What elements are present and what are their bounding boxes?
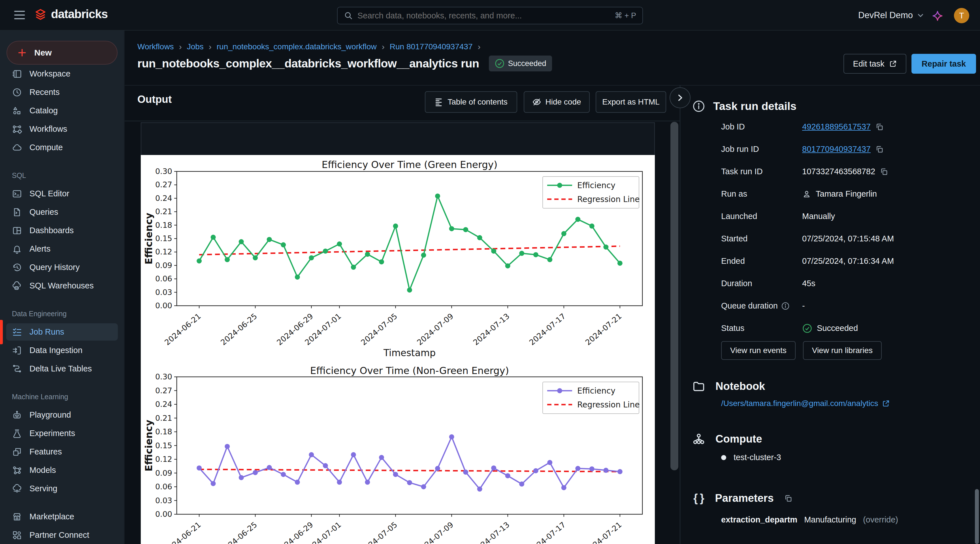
sidebar-item-experiments[interactable]: Experiments (0, 424, 124, 443)
export-button-label: Export as HTML (602, 97, 659, 107)
detail-value: Manually (802, 212, 835, 221)
plus-icon (17, 48, 27, 57)
svg-text:Efficiency Over Time (Non-Gree: Efficiency Over Time (Non-Green Energy) (310, 365, 509, 376)
new-button[interactable]: New (6, 41, 118, 65)
detail-value: 801770940937437 (802, 145, 884, 154)
svg-text:0.12: 0.12 (155, 247, 172, 256)
sidebar-item-data-ingestion[interactable]: Data Ingestion (0, 341, 124, 359)
sidebar-item-label: Partner Connect (29, 530, 89, 540)
sidebar-item-alerts[interactable]: Alerts (0, 240, 124, 258)
copy-icon[interactable] (875, 123, 884, 131)
sidebar-item-catalog[interactable]: Catalog (0, 101, 124, 120)
collapse-panel-button[interactable] (670, 87, 690, 108)
repair-task-button[interactable]: Repair task (912, 54, 976, 74)
robot-icon (12, 410, 22, 420)
detail-row-started: Started07/25/2024, 07:15:48 AM (721, 228, 970, 250)
detail-row-job-run-id: Job run ID801770940937437 (721, 138, 970, 160)
sidebar-item-partner-connect[interactable]: Partner Connect (0, 526, 124, 544)
notebook-path-link[interactable]: /Users/tamara.fingerlin@gmail.com/analyt… (721, 399, 878, 408)
detail-value: Tamara Fingerlin (802, 189, 877, 199)
copy-icon[interactable] (875, 145, 884, 153)
task-detail-rows: Job ID492618895617537Job run ID801770940… (721, 116, 970, 340)
sidebar-item-label: SQL Warehouses (29, 281, 94, 290)
search-input[interactable] (358, 11, 610, 21)
databricks-logo-icon (34, 7, 47, 21)
sidebar-item-workflows[interactable]: Workflows (0, 120, 124, 138)
sidebar-item-label: Marketplace (29, 512, 74, 521)
sidebar-item-sql-editor[interactable]: SQL Editor (0, 185, 124, 203)
sidebar-item-playground[interactable]: Playground (0, 406, 124, 424)
user-avatar[interactable]: T (954, 8, 969, 23)
output-scrollbar[interactable] (670, 122, 678, 470)
breadcrumb-link[interactable]: Workflows (137, 42, 174, 51)
compute-section-header: Compute (692, 432, 762, 445)
sidebar-item-label: Workflows (29, 124, 67, 134)
sidebar-item-query-history[interactable]: Query History (0, 258, 124, 276)
global-search[interactable]: ⌘ + P (337, 7, 643, 24)
assistant-sparkle-icon[interactable] (932, 10, 943, 22)
hide-code-button[interactable]: Hide code (524, 91, 590, 113)
breadcrumb-link[interactable]: Jobs (187, 42, 204, 51)
workspace-name: DevRel Demo (858, 10, 913, 21)
sidebar-item-label: Features (29, 447, 62, 456)
title-row: run_notebooks_complex__databricks_workfl… (137, 56, 552, 72)
sidebar-item-recents[interactable]: Recents (0, 83, 124, 101)
right-panel-scrollbar[interactable] (975, 489, 979, 544)
sidebar-item-sql-warehouses[interactable]: SQL Warehouses (0, 276, 124, 295)
sidebar-item-serving[interactable]: Serving (0, 479, 124, 498)
breadcrumb-separator: › (209, 42, 212, 51)
sidebar-item-marketplace[interactable]: Marketplace (0, 507, 124, 526)
svg-text:Efficiency: Efficiency (143, 420, 154, 471)
detail-label: Job ID (721, 122, 802, 131)
warehouse-icon (12, 281, 22, 291)
sidebar-item-compute[interactable]: Compute (0, 138, 124, 157)
cluster-row[interactable]: test-cluster-3 (721, 453, 781, 462)
sidebar-item-workspace[interactable]: Workspace (0, 65, 124, 83)
svg-text:0.15: 0.15 (155, 234, 172, 243)
svg-text:Regression Line: Regression Line (577, 400, 640, 409)
breadcrumb-separator: › (382, 42, 385, 51)
sidebar-item-queries[interactable]: Queries (0, 203, 124, 221)
detail-label: Launched (721, 212, 802, 221)
svg-text:Efficiency: Efficiency (143, 213, 154, 265)
task-run-details-title: Task run details (713, 100, 797, 112)
compute-section-title: Compute (716, 433, 762, 445)
detail-row-ended: Ended07/25/2024, 07:16:34 AM (721, 250, 970, 272)
new-button-label: New (34, 48, 52, 57)
breadcrumb-separator: › (477, 42, 480, 51)
breadcrumb-link[interactable]: Run 801770940937437 (390, 42, 473, 51)
clock-icon (12, 87, 22, 97)
copy-icon[interactable] (880, 168, 888, 176)
detail-link[interactable]: 801770940937437 (802, 145, 871, 154)
button-view-run-libraries[interactable]: View run libraries (803, 341, 882, 360)
workspace-switcher[interactable]: DevRel Demo (858, 0, 925, 30)
panel-divider (680, 85, 680, 544)
dashboards-icon (12, 225, 22, 236)
folder-icon (692, 380, 705, 393)
detail-label: Started (721, 234, 802, 243)
detail-link[interactable]: 492618895617537 (802, 122, 871, 131)
breadcrumb-separator: › (179, 42, 182, 51)
catalog-icon (12, 106, 22, 116)
hamburger-menu-icon[interactable] (14, 11, 25, 19)
sidebar-section-header: Data Engineering (0, 305, 124, 323)
detail-value: 492618895617537 (802, 122, 884, 131)
sidebar-item-dashboards[interactable]: Dashboards (0, 221, 124, 240)
databricks-logo[interactable]: databricks (34, 7, 108, 21)
button-view-run-events[interactable]: View run events (721, 341, 795, 360)
page-title: run_notebooks_complex__databricks_workfl… (137, 57, 479, 70)
sidebar-item-models[interactable]: Models (0, 461, 124, 479)
sidebar-item-label: Data Ingestion (29, 346, 83, 355)
sidebar-item-delta-live-tables[interactable]: Delta Live Tables (0, 359, 124, 378)
sidebar-item-job-runs[interactable]: Job Runs (0, 323, 124, 341)
sidebar-item-label: Serving (29, 484, 57, 493)
check-circle-icon (802, 323, 812, 333)
breadcrumb-link[interactable]: run_notebooks_complex.databricks_workflo… (217, 42, 377, 51)
active-indicator (0, 320, 3, 344)
edit-task-button[interactable]: Edit task (843, 54, 906, 74)
info-circle-icon[interactable] (781, 302, 790, 310)
export-as-html-button[interactable]: Export as HTML (596, 91, 666, 113)
table-of-contents-button[interactable]: Table of contents (425, 91, 517, 113)
sidebar-item-features[interactable]: Features (0, 443, 124, 461)
svg-text:0.27: 0.27 (155, 180, 172, 189)
